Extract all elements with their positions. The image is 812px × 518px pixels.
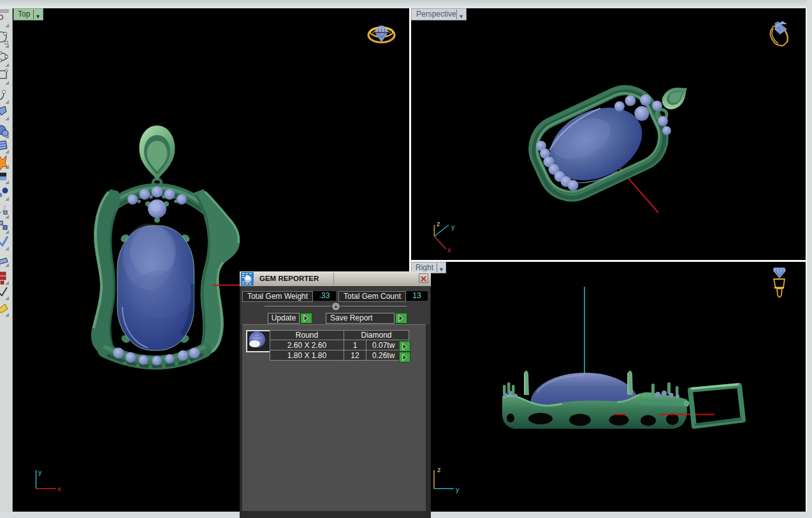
svg-text:y: y: [451, 223, 455, 231]
svg-text:z: z: [437, 220, 440, 227]
svg-text:x: x: [57, 485, 61, 493]
svg-text:z: z: [437, 466, 441, 473]
svg-text:y: y: [456, 486, 460, 493]
svg-text:y: y: [38, 468, 42, 476]
svg-text:x: x: [447, 246, 451, 254]
